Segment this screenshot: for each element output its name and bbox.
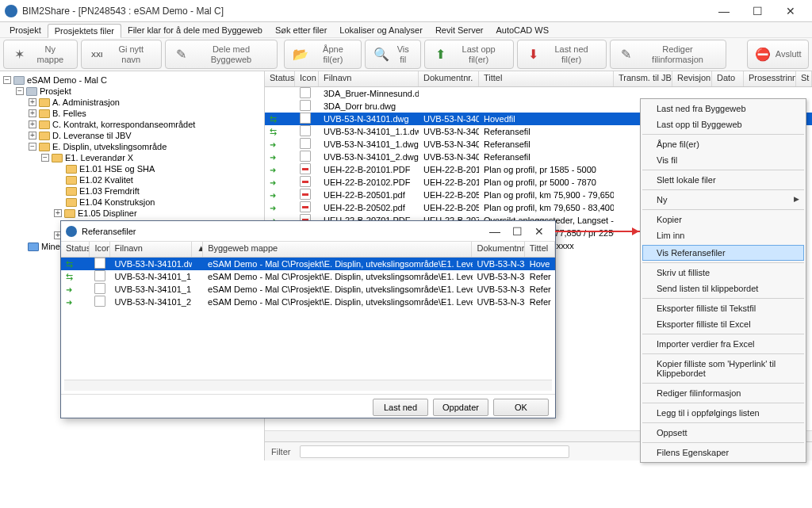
menu-item[interactable]: Last ned fra Byggeweb: [642, 101, 804, 116]
tree-node[interactable]: +A. Administrasjon: [2, 97, 262, 108]
column-header[interactable]: Tittel: [525, 242, 555, 257]
menu-revit[interactable]: Revit Server: [429, 24, 490, 36]
twist-icon[interactable]: +: [29, 132, 36, 139]
menu-item[interactable]: Oppsett: [642, 422, 804, 441]
column-header[interactable]: Filnavn: [110, 242, 193, 257]
btn-dele-byggeweb[interactable]: ✎Dele med Byggeweb: [165, 40, 278, 69]
dialog-close[interactable]: ✕: [528, 222, 550, 241]
menu-autocad[interactable]: AutoCAD WS: [489, 24, 555, 36]
tree-node[interactable]: −E1. Leverandør X: [2, 152, 262, 163]
twist-icon[interactable]: +: [29, 120, 36, 128]
cell: Plan og profil, km 79,650 - 83,400: [479, 203, 614, 212]
dialog-h-scrollbar[interactable]: [64, 380, 552, 391]
twist-icon[interactable]: +: [29, 98, 36, 106]
edit-icon: ✎: [619, 47, 634, 63]
close-button[interactable]: ✕: [774, 2, 807, 21]
table-row[interactable]: UVB-53-N-34101_1.1.dwgeSAM Demo - Mal C\…: [61, 270, 555, 283]
table-row[interactable]: UVB-53-N-34101_1.dwgeSAM Demo - Mal C\Pr…: [61, 283, 555, 296]
tree-node[interactable]: +C. Kontrakt, korrespondanseområdet: [2, 119, 262, 130]
menu-item[interactable]: Last opp til Byggeweb: [642, 116, 804, 132]
btn-gi-nytt-navn[interactable]: XXIGi nytt navn: [81, 40, 162, 69]
tree-node[interactable]: E1.02 Kvalitet: [2, 174, 262, 185]
btn-apne-filer[interactable]: 📂Åpne fil(er): [284, 40, 361, 69]
menu-sok[interactable]: Søk etter filer: [269, 24, 333, 36]
twist-icon[interactable]: +: [54, 209, 62, 217]
menu-item[interactable]: Skriv ut filliste: [642, 262, 804, 281]
tree-node[interactable]: +B. Felles: [2, 108, 262, 119]
folder-icon: [66, 165, 77, 174]
column-header[interactable]: St: [796, 71, 812, 86]
table-row[interactable]: UVB-53-N-34101.dwgeSAM Demo - Mal C\Pros…: [61, 258, 555, 270]
column-header[interactable]: Status: [61, 242, 90, 257]
tree-node[interactable]: −eSAM Demo - Mal C: [2, 74, 262, 86]
column-header[interactable]: Prosesstrinn: [744, 71, 796, 86]
dialog-ok[interactable]: OK: [493, 399, 549, 416]
column-header[interactable]: Dokumentnr.: [472, 242, 524, 257]
menu-item[interactable]: Vis fil: [642, 152, 804, 168]
btn-ny-mappe[interactable]: ✶Ny mappe: [3, 40, 78, 69]
column-header[interactable]: Icon: [90, 242, 109, 257]
menu-item[interactable]: Ny: [642, 189, 804, 208]
tree-node[interactable]: −E. Displin, utvekslingsområde: [2, 141, 262, 152]
menu-item[interactable]: Kopier filliste som 'Hyperlink' til Klip…: [642, 353, 804, 381]
menu-prosjektets-filer[interactable]: Prosjektets filer: [48, 24, 121, 38]
tree-label: eSAM Demo - Mal C: [27, 75, 107, 85]
dialog-last-ned[interactable]: Last ned: [373, 399, 428, 416]
twist-icon[interactable]: +: [29, 109, 36, 117]
menu-item[interactable]: Åpne fil(er): [642, 134, 804, 152]
column-header[interactable]: Tittel: [479, 71, 614, 86]
menu-item[interactable]: Rediger filinformasjon: [642, 383, 804, 401]
tree-node[interactable]: +E1.05 Displiner: [2, 208, 262, 219]
twist-icon[interactable]: −: [16, 87, 24, 95]
menu-item[interactable]: Importer verdier fra Excel: [642, 334, 804, 352]
menu-item[interactable]: Legg til i oppfølgings listen: [642, 403, 804, 421]
btn-last-opp[interactable]: ⬆Last opp fil(er): [424, 40, 514, 69]
column-header[interactable]: Filnavn: [319, 71, 419, 86]
menu-item[interactable]: Kopier: [642, 209, 804, 227]
dialog-oppdater[interactable]: Oppdater: [433, 399, 488, 416]
btn-vis-fil[interactable]: 🔍Vis fil: [365, 40, 421, 69]
column-header[interactable]: Status: [265, 71, 295, 86]
twist-icon[interactable]: −: [41, 154, 49, 162]
table-row[interactable]: UVB-53-N-34101_2.dwgeSAM Demo - Mal C\Pr…: [61, 296, 555, 308]
app-icon: [5, 5, 17, 17]
dialog-maximize[interactable]: ☐: [506, 222, 528, 241]
menu-lokaliser[interactable]: Lokaliser og Analyser: [333, 24, 429, 36]
dialog-grid-body[interactable]: UVB-53-N-34101.dwgeSAM Demo - Mal C\Pros…: [61, 258, 555, 308]
menu-item[interactable]: Filens Egenskaper: [642, 442, 804, 460]
minimize-button[interactable]: —: [707, 2, 741, 21]
context-menu[interactable]: Last ned fra ByggewebLast opp til Byggew…: [640, 98, 806, 463]
twist-icon[interactable]: −: [3, 76, 11, 84]
menu-filer-klar[interactable]: Filer klar for å dele med Byggeweb: [121, 24, 269, 36]
menu-item[interactable]: Eksporter filliste til Excel: [642, 316, 804, 332]
tree-label: A. Administrasjon: [52, 97, 120, 107]
dialog-minimize[interactable]: —: [484, 222, 506, 241]
btn-rediger-filinfo[interactable]: ✎Rediger filinformasjon: [610, 40, 726, 69]
column-header[interactable]: Revisjon: [672, 71, 712, 86]
twist-icon[interactable]: −: [29, 143, 36, 151]
open-icon: 📂: [293, 47, 308, 63]
tree-node[interactable]: E1.03 Fremdrift: [2, 185, 262, 197]
column-header[interactable]: Icon: [295, 71, 319, 86]
menu-item[interactable]: Eksporter filliste til Tekstfil: [642, 298, 804, 316]
maximize-button[interactable]: ☐: [741, 2, 774, 21]
tree-node[interactable]: +D. Leveranse til JBV: [2, 130, 262, 141]
menu-item[interactable]: Slett lokale filer: [642, 170, 804, 188]
tree-node[interactable]: −Prosjekt: [2, 86, 262, 97]
menu-item[interactable]: Send listen til klippebordet: [642, 281, 804, 296]
menu-item[interactable]: Vis Referansefiler: [642, 245, 804, 261]
column-header[interactable]: Transm. til JBV: [614, 71, 672, 86]
btn-last-ned[interactable]: ⬇Last ned fil(er): [517, 40, 607, 69]
filter-input[interactable]: [300, 445, 569, 458]
column-header[interactable]: ▲: [192, 242, 203, 257]
tree-node[interactable]: E1.04 Konstruksjon: [2, 197, 262, 208]
exit-icon: ⛔: [755, 47, 771, 63]
btn-avslutt[interactable]: ⛔Avslutt: [747, 40, 809, 69]
tree-node[interactable]: E1.01 HSE og SHA: [2, 163, 262, 174]
dialog-grid-header: StatusIconFilnavn▲Byggeweb mappeDokument…: [61, 242, 555, 258]
menu-item[interactable]: Lim inn: [642, 227, 804, 243]
column-header[interactable]: Byggeweb mappe: [203, 242, 472, 257]
column-header[interactable]: Dokumentnr.: [419, 71, 479, 86]
column-header[interactable]: Dato: [712, 71, 744, 86]
menu-prosjekt[interactable]: Prosjekt: [3, 24, 48, 36]
